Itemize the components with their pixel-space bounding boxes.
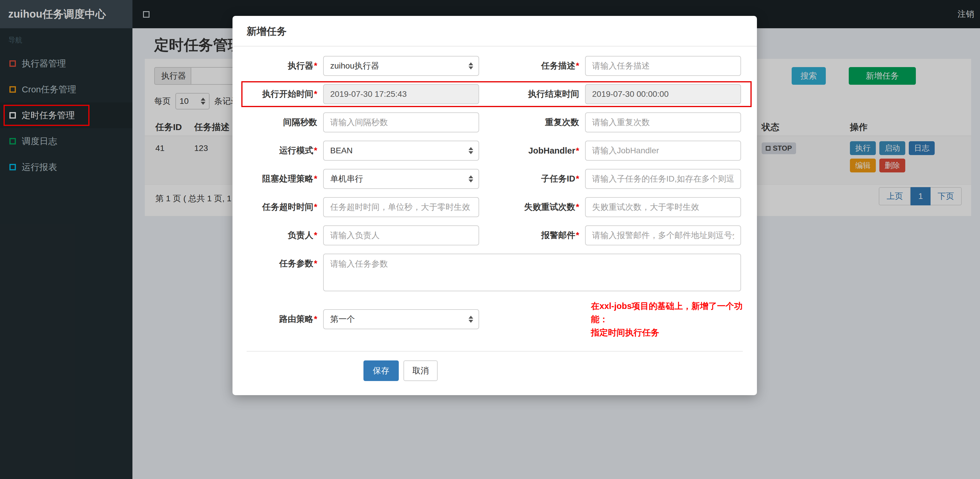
select-arrows-icon bbox=[469, 62, 473, 70]
end-time-label: 执行结束时间 bbox=[479, 88, 585, 100]
author-input[interactable] bbox=[323, 225, 479, 245]
start-time-label: 执行开始时间* bbox=[247, 88, 323, 100]
author-label: 负责人* bbox=[247, 229, 323, 241]
modal-title: 新增任务 bbox=[247, 25, 286, 37]
job-param-textarea[interactable] bbox=[323, 254, 741, 291]
executor-select[interactable]: zuihou执行器 bbox=[323, 56, 479, 76]
add-job-modal: 新增任务 执行器* zuihou执行器 任务描述* 执行开始时间* 执行结束时间 bbox=[232, 16, 757, 395]
glue-type-select[interactable]: BEAN bbox=[323, 141, 479, 161]
repeat-label: 重复次数 bbox=[479, 116, 585, 128]
job-handler-label: JobHandler* bbox=[479, 146, 585, 156]
job-desc-label: 任务描述* bbox=[479, 60, 585, 72]
feature-note: 在xxl-jobs项目的基础上，新增了一个功能： 指定时间执行任务 bbox=[591, 299, 743, 339]
block-strategy-select[interactable]: 单机串行 bbox=[323, 169, 479, 189]
cancel-button[interactable]: 取消 bbox=[404, 360, 438, 381]
modal-header: 新增任务 bbox=[232, 16, 757, 46]
child-job-label: 子任务ID* bbox=[479, 173, 585, 185]
modal-footer: 保存 取消 bbox=[138, 352, 663, 395]
save-button[interactable]: 保存 bbox=[363, 360, 399, 381]
job-param-label: 任务参数* bbox=[247, 254, 323, 269]
executor-label: 执行器* bbox=[247, 60, 323, 72]
select-arrows-icon bbox=[469, 316, 473, 323]
end-time-input[interactable] bbox=[585, 84, 741, 104]
child-job-input[interactable] bbox=[585, 169, 741, 189]
start-time-input[interactable] bbox=[323, 84, 479, 104]
alarm-email-input[interactable] bbox=[585, 225, 741, 245]
glue-type-label: 运行模式* bbox=[247, 145, 323, 156]
timeout-label: 任务超时时间* bbox=[247, 201, 323, 213]
route-strategy-select[interactable]: 第一个 bbox=[323, 309, 479, 329]
job-desc-input[interactable] bbox=[585, 56, 741, 76]
app-root: zuihou任务调度中心 注销 导航 执行器管理 Cron任务管理 定时任务管理… bbox=[0, 0, 980, 479]
fail-retry-input[interactable] bbox=[585, 197, 741, 217]
timeout-input[interactable] bbox=[323, 197, 479, 217]
route-strategy-label: 路由策略* bbox=[247, 313, 323, 325]
interval-input[interactable] bbox=[323, 112, 479, 132]
select-arrows-icon bbox=[469, 147, 473, 154]
interval-label: 间隔秒数 bbox=[247, 116, 323, 128]
job-handler-input[interactable] bbox=[585, 141, 741, 161]
fail-retry-label: 失败重试次数* bbox=[479, 201, 585, 213]
alarm-email-label: 报警邮件* bbox=[479, 229, 585, 241]
modal-body: 执行器* zuihou执行器 任务描述* 执行开始时间* 执行结束时间 间隔秒数 bbox=[232, 46, 757, 352]
repeat-input[interactable] bbox=[585, 112, 741, 132]
select-arrows-icon bbox=[469, 175, 473, 182]
block-strategy-label: 阻塞处理策略* bbox=[247, 173, 323, 185]
